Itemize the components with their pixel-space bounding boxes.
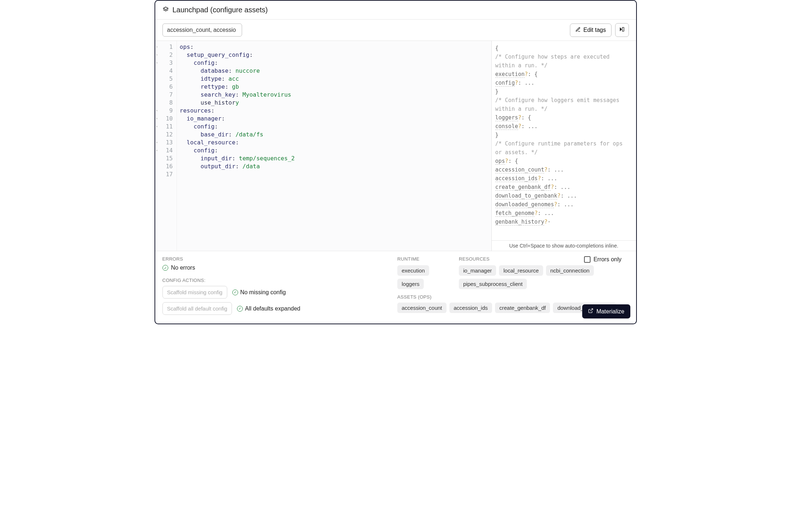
schema-hint-body: { /* Configure how steps are executed wi… xyxy=(492,41,636,240)
chip-ncbi-connection[interactable]: ncbi_connection xyxy=(546,265,594,276)
check-circle-icon: ✓ xyxy=(237,306,243,312)
chip-io-manager[interactable]: io_manager xyxy=(459,265,496,276)
svg-marker-1 xyxy=(620,28,621,31)
all-defaults-text: All defaults expanded xyxy=(245,305,300,312)
errors-only-toggle[interactable]: Errors only xyxy=(584,256,621,263)
scaffold-missing-button[interactable]: Scaffold missing config xyxy=(162,286,227,299)
pencil-icon xyxy=(575,27,581,34)
svg-marker-0 xyxy=(163,7,168,10)
modal-title: Launchpad (configure assets) xyxy=(173,6,268,14)
editor-row: ▾▾▾▾▾▾▾▾ 1234567891011121314151617 ops: … xyxy=(155,41,636,251)
external-link-icon xyxy=(588,308,593,315)
chip-local-resource[interactable]: local_resource xyxy=(499,265,543,276)
no-missing-config-text: No missing config xyxy=(240,289,286,296)
layers-icon xyxy=(162,6,169,14)
autocomplete-hint: Use Ctrl+Space to show auto-completions … xyxy=(492,240,636,251)
errors-section-label: ERRORS xyxy=(162,256,394,262)
modal-header: Launchpad (configure assets) xyxy=(155,1,636,20)
bottom-panel: ERRORS ✓ No errors CONFIG ACTIONS: Scaff… xyxy=(155,251,636,324)
toolbar: accession_count, accessio Edit tags xyxy=(155,20,636,41)
materialize-button[interactable]: Materialize xyxy=(582,304,630,318)
launchpad-modal: Launchpad (configure assets) accession_c… xyxy=(155,0,637,324)
line-gutter: ▾▾▾▾▾▾▾▾ 1234567891011121314151617 xyxy=(155,41,177,251)
runtime-chips: executionloggers xyxy=(397,265,455,289)
chip-loggers[interactable]: loggers xyxy=(397,279,424,289)
asset-tag-input[interactable]: accession_count, accessio xyxy=(162,24,242,37)
assets-section-label: ASSETS (OPS) xyxy=(397,294,629,300)
svg-line-3 xyxy=(590,309,593,311)
check-circle-icon: ✓ xyxy=(162,265,168,271)
edit-tags-button[interactable]: Edit tags xyxy=(570,24,611,37)
no-errors-status: ✓ No errors xyxy=(162,265,394,271)
runtime-section-label: RUNTIME xyxy=(397,256,455,262)
chip-create-genbank-df[interactable]: create_genbank_df xyxy=(495,303,550,313)
edit-tags-label: Edit tags xyxy=(583,27,606,33)
checkbox-icon[interactable] xyxy=(584,256,591,263)
chip-accession-ids[interactable]: accession_ids xyxy=(449,303,492,313)
chip-accession-count[interactable]: accession_count xyxy=(397,303,447,313)
yaml-editor[interactable]: ▾▾▾▾▾▾▾▾ 1234567891011121314151617 ops: … xyxy=(155,41,491,251)
scaffold-default-button[interactable]: Scaffold all default config xyxy=(162,302,232,315)
panel-right-icon xyxy=(619,26,625,34)
schema-hint-panel: { /* Configure how steps are executed wi… xyxy=(491,41,636,251)
config-actions-label: CONFIG ACTIONS: xyxy=(162,278,394,283)
check-circle-icon: ✓ xyxy=(232,290,238,295)
resources-chips: io_managerlocal_resourcencbi_connectionp… xyxy=(459,265,629,289)
toggle-panel-button[interactable] xyxy=(615,23,629,37)
svg-rect-2 xyxy=(622,28,624,31)
chip-execution[interactable]: execution xyxy=(397,265,429,276)
chip-pipes-subprocess-client[interactable]: pipes_subprocess_client xyxy=(459,279,527,289)
